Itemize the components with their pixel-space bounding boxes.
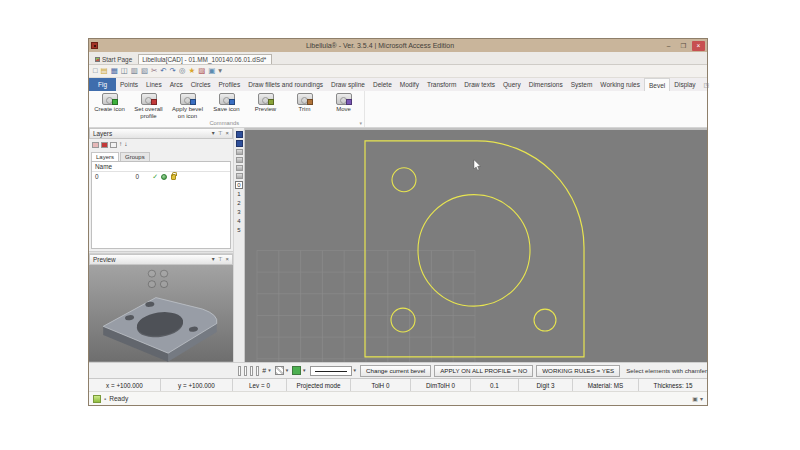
ribbon-tab-arcs[interactable]: Arcs <box>166 78 187 91</box>
preview-menu-icon[interactable]: ▾ <box>212 257 215 263</box>
working-rules-button[interactable]: WORKING RULES = YES <box>536 365 620 377</box>
layer-status-icon[interactable] <box>161 174 167 180</box>
fill-color-icon[interactable]: ▨ <box>198 67 205 75</box>
save-icon[interactable]: ▦ <box>111 67 118 75</box>
level-number[interactable]: 2 <box>237 200 240 207</box>
ribbon-minimize-icon[interactable]: ◳ <box>700 78 714 91</box>
ribbon-tab-draw-fillets-and-roundings[interactable]: Draw fillets and roundings <box>244 78 327 91</box>
layers-close-icon[interactable]: × <box>226 131 229 137</box>
delete-layer-icon[interactable] <box>101 142 108 148</box>
level-number[interactable]: 4 <box>237 218 240 225</box>
apply-on-all-profile-button[interactable]: APPLY ON ALL PROFILE = NO <box>434 365 533 377</box>
move-layer-down-icon[interactable]: ↓ <box>124 141 127 148</box>
chevron-down-icon: ▼ <box>285 368 289 373</box>
command-preview[interactable]: Preview <box>247 92 284 119</box>
ribbon-tab-points[interactable]: Points <box>116 78 142 91</box>
ribbon-tab-dimensions[interactable]: Dimensions <box>525 78 567 91</box>
ribbon-tab-draw-texts[interactable]: Draw texts <box>460 78 499 91</box>
copy-icon[interactable]: ▧ <box>141 67 148 75</box>
layers-pin-icon[interactable]: ⊤ <box>218 131 223 137</box>
ribbon-tab-delete[interactable]: Delete <box>369 78 396 91</box>
ribbon-tab-modify[interactable]: Modify <box>396 78 423 91</box>
blue-swatch-icon[interactable] <box>236 140 243 147</box>
layer-row[interactable]: 0 0 ✓ <box>92 172 230 181</box>
undo-icon[interactable]: ↶ <box>160 67 166 75</box>
title-bar[interactable]: Libellula® - Ver. 3.5.4 | Microsoft Acce… <box>89 39 707 52</box>
select-tool-icon[interactable] <box>236 173 243 179</box>
group-dialog-launcher-icon[interactable]: ▾ <box>359 120 364 126</box>
grid-icon[interactable]: ▣ <box>208 67 215 75</box>
command-badge-icon <box>307 99 313 105</box>
bevel-option-button[interactable] <box>250 366 253 376</box>
command-move[interactable]: Move <box>325 92 362 119</box>
ribbon-tab-query[interactable]: Query <box>499 78 525 91</box>
layer-visible-check-icon[interactable]: ✓ <box>152 173 158 180</box>
start-page-label: Start Page <box>102 56 132 63</box>
bevel-option-button[interactable] <box>244 366 247 376</box>
ribbon-tab-bevel[interactable]: Bevel <box>644 78 670 91</box>
hatch-number-dropdown[interactable]: # ▼ <box>262 367 271 374</box>
move-layer-up-icon[interactable]: ↑ <box>119 141 122 148</box>
command-badge-icon <box>151 99 157 105</box>
open-folder-icon[interactable]: ▤ <box>101 67 108 75</box>
zoom-icon[interactable]: ◎ <box>179 67 186 75</box>
ribbon-tab-draw-spline[interactable]: Draw spline <box>327 78 369 91</box>
tab-layers[interactable]: Layers <box>91 152 119 161</box>
orbit-tool-icon[interactable] <box>236 149 243 155</box>
new-layer-icon[interactable] <box>92 142 99 148</box>
restore-button[interactable]: ❐ <box>677 41 690 51</box>
ribbon-tab-transform[interactable]: Transform <box>423 78 460 91</box>
layers-menu-icon[interactable]: ▾ <box>212 131 215 137</box>
ribbon-tab-profiles[interactable]: Profiles <box>215 78 245 91</box>
blue-swatch-icon[interactable] <box>236 131 243 138</box>
bevel-option-button[interactable] <box>256 366 259 376</box>
import-icon[interactable]: ◫ <box>121 67 128 75</box>
bevel-option-button[interactable] <box>238 366 241 376</box>
file-menu-button[interactable]: Fig <box>89 78 116 91</box>
tab-document[interactable]: Libellula[CAD] - 01.MM_100140.06.01.dSd* <box>138 54 272 64</box>
pan-tool-icon[interactable] <box>236 157 243 163</box>
preview-pin-icon[interactable]: ⊤ <box>218 257 223 263</box>
preview-panel: Preview ▾ ⊤ × <box>89 254 233 362</box>
minimize-button[interactable]: – <box>662 41 675 51</box>
ribbon-tab-system[interactable]: System <box>567 78 597 91</box>
commands-group-footer: Commands ▾ <box>89 119 364 127</box>
ribbon-tab-circles[interactable]: Circles <box>187 78 215 91</box>
highlight-icon[interactable]: ★ <box>188 67 195 75</box>
ribbon-tab-working-rules[interactable]: Working rules <box>596 78 644 91</box>
color-swatch-icon <box>292 366 301 375</box>
command-create-icon[interactable]: Create icon <box>91 92 128 119</box>
command-apply-bevel-on-icon[interactable]: Apply bevel on icon <box>169 92 206 119</box>
redo-icon[interactable]: ↷ <box>170 67 176 75</box>
more-tools-icon[interactable]: ▾ <box>218 67 222 75</box>
command-set-overall-profile[interactable]: Set overall profile <box>130 92 167 119</box>
change-current-bevel-button[interactable]: Change current bevel <box>360 365 431 377</box>
zoom-tool-icon[interactable] <box>236 165 243 171</box>
export-icon[interactable]: ▥ <box>131 67 138 75</box>
chevron-down-icon[interactable]: ▾ <box>700 395 703 402</box>
preview-3d-view[interactable] <box>89 265 233 362</box>
level-number[interactable]: 1 <box>237 191 240 198</box>
command-trim[interactable]: Trim <box>286 92 323 119</box>
color-dropdown[interactable]: ▼ <box>292 366 306 375</box>
tab-groups[interactable]: Groups <box>120 152 150 161</box>
level-number[interactable]: 5 <box>237 227 240 234</box>
linestyle-dropdown[interactable]: ▼ <box>310 366 357 376</box>
ribbon-tab-display[interactable]: Display <box>670 78 699 91</box>
edit-layer-icon[interactable] <box>110 142 117 148</box>
close-button[interactable]: × <box>692 41 705 51</box>
ribbon-tab-lines[interactable]: Lines <box>142 78 166 91</box>
layer-lock-icon[interactable] <box>171 174 176 180</box>
current-level-box[interactable]: 0 <box>235 181 243 189</box>
layout-toggle-icon[interactable]: ▣ <box>692 395 698 402</box>
level-number[interactable]: 3 <box>237 209 240 216</box>
drawing-canvas[interactable] <box>245 128 707 362</box>
command-save-icon[interactable]: Save icon <box>208 92 245 119</box>
linestyle-sample-icon <box>310 366 352 376</box>
preview-close-icon[interactable]: × <box>226 257 229 263</box>
cut-icon[interactable]: ✂ <box>151 67 157 75</box>
new-document-icon[interactable]: □ <box>93 67 98 75</box>
pattern-dropdown[interactable]: ▼ <box>275 366 289 375</box>
tab-start-page[interactable]: Start Page <box>92 55 137 64</box>
app-logo-icon <box>91 42 98 49</box>
